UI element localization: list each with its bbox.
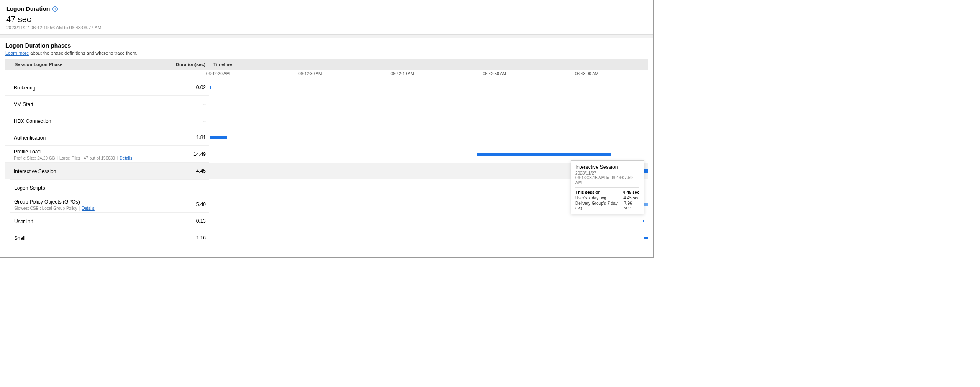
logon-duration-title: Logon Duration [6,5,50,12]
profile-size: Profile Size: 24.29 GB [14,156,55,160]
phases-subtitle: Learn more about the phase definitions a… [5,51,648,56]
time-tick: 06:42:40 AM [390,71,414,76]
phase-duration: 1.81 [159,135,209,140]
bar-row-profile [209,146,648,163]
gpo-meta: Slowest CSE : Local Group Policy|Details [14,206,159,211]
row-shell[interactable]: Shell 1.16 [10,229,209,246]
tooltip-u7-label: User's 7 day avg [575,196,606,200]
phase-name: Authentication [14,135,46,141]
phase-duration: 5.40 [159,201,209,207]
phases-timeline-column: Timeline 06:42:20 AM 06:42:30 AM 06:42:4… [209,59,648,246]
bar-authentication [210,136,227,139]
row-user-init[interactable]: User Init 0.13 [10,213,209,229]
bar-row-auth [209,129,648,146]
phases-title: Logon Duration phases [5,42,648,49]
phase-name: Group Policy Objects (GPOs) [14,199,80,205]
tooltip-dg7-val: 7.96 sec [624,201,639,210]
tooltip-dg7-label: Delivery Group's 7 day avg [575,201,624,210]
bar-shell [644,237,648,239]
bar-row-vm-start [209,96,648,112]
section-divider [0,35,653,38]
row-logon-scripts[interactable]: Logon Scripts -- [10,179,209,196]
profile-details-link[interactable]: Details [119,156,132,160]
logon-duration-timerange: 2023/11/27 06:42:19.56 AM to 06:43:06.77… [6,25,647,30]
logon-duration-header: Logon Duration i 47 sec 2023/11/27 06:42… [0,0,653,35]
th-timeline: Timeline [213,62,232,67]
tooltip-u7-val: 4.45 sec [623,196,639,200]
phase-name: Shell [14,235,26,241]
phase-duration: -- [159,185,209,191]
phase-name: Profile Load [14,149,41,155]
phase-name: Interactive Session [14,168,56,174]
phase-duration: 4.45 [159,168,209,174]
time-tick: 06:42:30 AM [298,71,322,76]
row-hdx[interactable]: HDX Connection -- [5,112,209,129]
time-tick: 06:43:00 AM [575,71,598,76]
row-profile-load[interactable]: Profile Load Profile Size: 24.29 GB|Larg… [5,146,209,163]
table-header-left: Session Logon Phase Duration(sec) [5,59,209,70]
phases-subtitle-tail: about the phase definitions and where to… [29,51,137,56]
row-interactive-session[interactable]: Interactive Session 4.45 [5,163,209,179]
phase-duration: -- [159,101,209,107]
tooltip-range: 06:43:03.15 AM to 06:43:07.59 AM [575,176,639,185]
phase-duration: 14.49 [159,151,209,157]
bar-profile-load [477,153,611,156]
phase-duration: 1.16 [159,235,209,241]
phases-left-column: Session Logon Phase Duration(sec) Broker… [5,59,209,246]
bar-row-hdx [209,112,648,129]
table-header-right: Timeline [209,59,648,70]
learn-more-link[interactable]: Learn more [5,51,29,56]
timeline-axis: 06:42:20 AM 06:42:30 AM 06:42:40 AM 06:4… [209,70,648,79]
phase-name: HDX Connection [14,118,51,124]
th-duration: Duration(sec) [159,62,209,67]
phases-table: Session Logon Phase Duration(sec) Broker… [5,59,648,246]
bar-user-init [643,220,644,222]
phase-name: Brokering [14,85,35,91]
logon-duration-value: 47 sec [6,15,647,24]
tooltip-interactive-session: Interactive Session 2023/11/27 06:43:03.… [571,160,644,214]
gpo-details-link[interactable]: Details [82,206,95,211]
time-tick: 06:42:50 AM [483,71,506,76]
row-gpo[interactable]: Group Policy Objects (GPOs) Slowest CSE … [10,196,209,213]
profile-large-files: Large Files : 47 out of 156630 [59,156,115,160]
phase-duration: -- [159,118,209,124]
tooltip-this-val: 4.45 sec [623,190,639,195]
bar-row-user-init [209,213,648,229]
profile-meta: Profile Size: 24.29 GB|Large Files : 47 … [14,156,159,160]
row-vm-start[interactable]: VM Start -- [5,96,209,112]
left-axis-spacer [5,70,209,79]
phase-name: Logon Scripts [14,185,45,191]
phase-name: User Init [14,219,33,224]
phase-duration: 0.13 [159,218,209,224]
bar-brokering [210,86,211,89]
info-icon[interactable]: i [52,6,58,12]
gpo-slowest: Slowest CSE : Local Group Policy [14,206,77,211]
tooltip-this-label: This session [575,190,601,195]
tooltip-date: 2023/11/27 [575,171,639,176]
row-brokering[interactable]: Brokering 0.02 [5,79,209,96]
bar-row-brokering [209,79,648,96]
phase-duration: 0.02 [159,84,209,90]
row-authentication[interactable]: Authentication 1.81 [5,129,209,146]
time-tick: 06:42:20 AM [206,71,230,76]
bar-row-shell [209,229,648,246]
th-phase: Session Logon Phase [15,62,159,67]
tooltip-title: Interactive Session [575,164,639,170]
phase-name: VM Start [14,102,33,107]
